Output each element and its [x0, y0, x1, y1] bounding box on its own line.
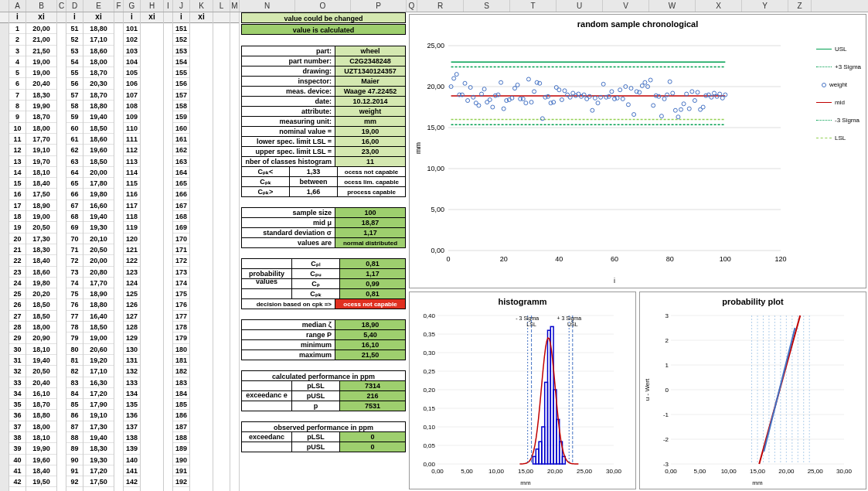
data-cell[interactable]: 135	[124, 399, 140, 410]
data-cell[interactable]: 111	[124, 134, 140, 145]
data-cell[interactable]: 136	[124, 410, 140, 421]
data-cell[interactable]: 132	[124, 366, 140, 377]
data-cell[interactable]: 158	[173, 101, 189, 111]
data-cell[interactable]: 72	[66, 255, 83, 266]
data-cell[interactable]: 73	[66, 267, 83, 278]
data-cell[interactable]: 180	[173, 344, 189, 355]
data-cell[interactable]: 140	[124, 455, 140, 465]
data-cell[interactable]: 51	[66, 23, 83, 34]
data-cell[interactable]: 18,70	[26, 111, 56, 122]
data-cell[interactable]: 116	[124, 189, 140, 199]
data-cell[interactable]: 18,10	[26, 344, 56, 355]
data-cell[interactable]: 129	[124, 332, 140, 343]
data-cell[interactable]: 181	[173, 355, 189, 366]
data-cell[interactable]: 61	[66, 134, 83, 145]
data-cell[interactable]: 17,70	[83, 278, 114, 288]
data-cell[interactable]: 17,10	[83, 366, 114, 377]
data-cell[interactable]: 34	[9, 388, 26, 399]
data-cell[interactable]: 187	[173, 421, 189, 432]
data-cell[interactable]: 157	[173, 90, 189, 101]
data-cell[interactable]: 18,50	[26, 311, 56, 322]
data-cell[interactable]: 190	[173, 455, 189, 465]
data-cell[interactable]: 20,00	[26, 23, 56, 34]
data-cell[interactable]: 16,30	[83, 377, 114, 388]
data-cell[interactable]: 65	[66, 178, 83, 189]
data-cell[interactable]: 19	[9, 222, 26, 233]
data-cell[interactable]: 18,70	[83, 67, 114, 78]
data-cell[interactable]: 19,50	[26, 476, 56, 487]
col-X[interactable]: X	[696, 0, 742, 12]
data-cell[interactable]: 19,30	[83, 222, 114, 233]
data-cell[interactable]: 19,90	[26, 101, 56, 111]
data-cell[interactable]: 25	[9, 288, 26, 299]
data-cell[interactable]: 107	[124, 90, 140, 101]
data-cell[interactable]: 161	[173, 134, 189, 145]
data-cell[interactable]: 68	[66, 211, 83, 222]
data-cell[interactable]: 87	[66, 421, 83, 432]
data-cell[interactable]: 78	[66, 322, 83, 332]
data-cell[interactable]: 5	[9, 67, 26, 78]
col-P[interactable]: P	[351, 0, 407, 12]
data-cell[interactable]: 18,00	[83, 56, 114, 67]
row-drawing[interactable]: drawing:UZT1340124357	[241, 66, 406, 77]
data-cell[interactable]: 31	[9, 355, 26, 366]
data-cell[interactable]: 160	[173, 123, 189, 134]
data-cell[interactable]: 141	[124, 465, 140, 476]
data-cell[interactable]: 19,70	[26, 156, 56, 167]
data-cell[interactable]: 188	[173, 432, 189, 443]
data-cell[interactable]: 79	[66, 332, 83, 343]
data-cell[interactable]: 1	[9, 23, 26, 34]
data-cell[interactable]: 191	[173, 465, 189, 476]
data-cell[interactable]: 18,00	[26, 421, 56, 432]
data-cell[interactable]: 19,00	[26, 211, 56, 222]
col-L[interactable]: L	[213, 0, 230, 12]
data-cell[interactable]: 71	[66, 244, 83, 255]
data-cell[interactable]: 118	[124, 211, 140, 222]
data-cell[interactable]: 41	[9, 465, 26, 476]
data-cell[interactable]: 53	[66, 46, 83, 56]
col-N[interactable]: N	[240, 0, 295, 12]
data-cell[interactable]: 30	[9, 344, 26, 355]
col-F[interactable]: F	[114, 0, 124, 12]
data-cell[interactable]: 102	[124, 34, 140, 45]
data-cell[interactable]: 20,90	[26, 332, 56, 343]
data-cell[interactable]: 18,60	[83, 46, 114, 56]
data-cell[interactable]: 192	[173, 476, 189, 487]
data-cell[interactable]: 20,00	[83, 167, 114, 178]
data-cell[interactable]: 83	[66, 377, 83, 388]
data-cell[interactable]: 19,80	[26, 278, 56, 288]
data-cell[interactable]: 171	[173, 244, 189, 255]
data-cell[interactable]: 66	[66, 189, 83, 199]
data-cell[interactable]: 137	[124, 421, 140, 432]
data-cell[interactable]: 113	[124, 156, 140, 167]
data-cell[interactable]: 56	[66, 78, 83, 89]
data-cell[interactable]: 103	[124, 46, 140, 56]
data-cell[interactable]: 13	[9, 156, 26, 167]
col-T[interactable]: T	[510, 0, 557, 12]
data-cell[interactable]: 18,80	[83, 23, 114, 34]
data-cell[interactable]: 167	[173, 200, 189, 211]
data-cell[interactable]: 159	[173, 111, 189, 122]
data-cell[interactable]: 175	[173, 288, 189, 299]
row-date[interactable]: date:10.12.2014	[241, 96, 406, 107]
col-S[interactable]: S	[464, 0, 510, 12]
data-cell[interactable]: 42	[9, 476, 26, 487]
data-cell[interactable]: 19,40	[83, 111, 114, 122]
data-cell[interactable]: 77	[66, 311, 83, 322]
data-cell[interactable]: 153	[173, 46, 189, 56]
col-K[interactable]: K	[190, 0, 213, 12]
data-cell[interactable]: 60	[66, 123, 83, 134]
data-cell[interactable]: 20,40	[26, 78, 56, 89]
data-cell[interactable]: 152	[173, 34, 189, 45]
data-cell[interactable]: 17,90	[83, 399, 114, 410]
data-cell[interactable]: 16	[9, 189, 26, 199]
data-cell[interactable]: 18,10	[26, 432, 56, 443]
data-cell[interactable]: 184	[173, 388, 189, 399]
data-cell[interactable]: 19,00	[83, 332, 114, 343]
data-cell[interactable]: 106	[124, 78, 140, 89]
data-cell[interactable]: 163	[173, 156, 189, 167]
data-cell[interactable]: 91	[66, 465, 83, 476]
data-cell[interactable]: 126	[124, 299, 140, 310]
data-cell[interactable]: 112	[124, 145, 140, 155]
data-cell[interactable]: 74	[66, 278, 83, 288]
